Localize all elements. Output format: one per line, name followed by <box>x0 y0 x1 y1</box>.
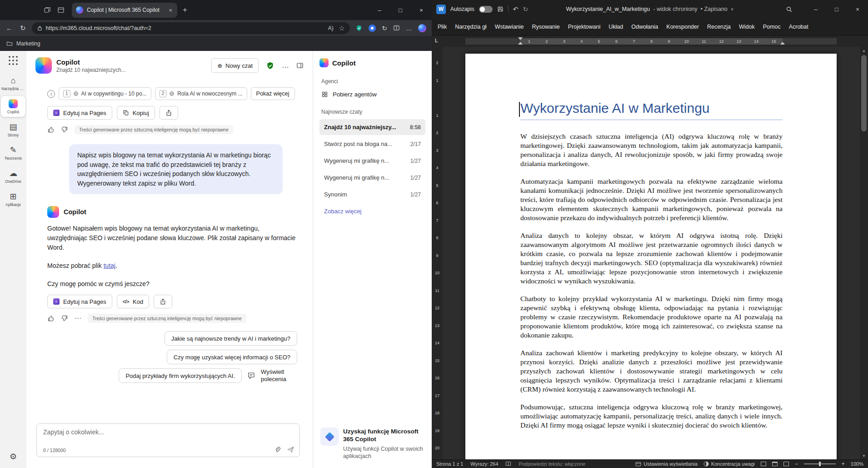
zoom-level[interactable]: 100% <box>851 461 863 467</box>
browser-tab-copilot[interactable]: Copilot | Microsoft 365 Copilot × <box>72 3 177 18</box>
document-paragraph[interactable]: Podsumowując, sztuczna inteligencja odgr… <box>520 403 783 430</box>
chat-more-icon[interactable]: … <box>282 61 289 70</box>
ribbon-tab[interactable]: Widok <box>735 20 759 34</box>
redo-icon[interactable]: ↻ <box>523 5 528 13</box>
ribbon-tab[interactable]: Acrobat <box>785 20 813 34</box>
autosave-toggle[interactable] <box>479 6 493 13</box>
print-layout-icon[interactable] <box>772 462 778 466</box>
read-mode-icon[interactable] <box>761 462 766 466</box>
suggestion-seo[interactable]: Czy mogę uzyskać więcej informacji o SEO… <box>167 350 297 364</box>
rail-item-copilot[interactable]: Copilot <box>1 96 25 117</box>
chat-list-item[interactable]: Wygeneruj mi grafikę n... 1/27 <box>319 170 425 186</box>
chat-input[interactable] <box>43 428 293 436</box>
copilot-promo[interactable]: Uzyskaj funkcję Microsoft 365 Copilot Uż… <box>319 428 425 462</box>
browser-close-button[interactable]: × <box>411 0 432 20</box>
split-screen-icon[interactable] <box>393 25 400 31</box>
tab-close-icon[interactable]: × <box>168 7 173 14</box>
code-button[interactable]: </> Kod <box>117 295 150 308</box>
copy-button[interactable]: Kopiuj <box>117 106 155 120</box>
save-icon[interactable] <box>497 6 504 12</box>
edit-in-pages-button[interactable]: ≡ Edytuj na Pages <box>47 106 112 120</box>
ribbon-tab[interactable]: Narzędzia gł <box>451 20 490 34</box>
focus-mode-button[interactable]: Koncentracja uwagi <box>703 461 755 467</box>
browser-copilot-icon[interactable] <box>418 24 426 32</box>
app-launcher-icon[interactable] <box>8 55 18 65</box>
attachment-icon[interactable] <box>274 446 281 453</box>
document-body[interactable]: W dzisiejszych czasach sztuczna intelige… <box>520 132 783 430</box>
document-scrollbar[interactable]: ▲ ▼ <box>860 47 868 459</box>
zoom-knob[interactable] <box>819 462 821 466</box>
see-more-link[interactable]: Zobacz więcej <box>324 208 425 215</box>
edit-in-pages-button[interactable]: ≡ Edytuj na Pages <box>47 295 112 308</box>
citation-1[interactable]: 1 AI w copywritingu - 10 po... <box>59 87 151 100</box>
horizontal-ruler[interactable]: L 123456789101112131415 <box>432 36 868 47</box>
ribbon-tab[interactable]: Plik <box>434 20 451 34</box>
send-icon[interactable] <box>287 446 294 453</box>
zoom-in-icon[interactable]: + <box>842 461 845 467</box>
share-button[interactable] <box>160 106 178 120</box>
bookmark-marketing[interactable]: Marketing <box>16 40 40 47</box>
ribbon-tab[interactable]: Projektowani <box>564 20 605 34</box>
ribbon-tab[interactable]: Koresponder <box>662 20 703 34</box>
document-page[interactable]: Wykorzystanie AI w Marketingu W dzisiejs… <box>465 54 837 459</box>
document-paragraph[interactable]: Automatyzacja kampanii marketingowych po… <box>520 177 783 222</box>
search-icon[interactable] <box>786 6 793 13</box>
web-layout-icon[interactable] <box>783 462 789 466</box>
thumbs-up-icon[interactable] <box>47 126 55 133</box>
favorites-star-icon[interactable]: ☆ <box>339 25 345 32</box>
url-text[interactable]: https://m365.cloud.microsoft/chat/?auth=… <box>46 25 324 31</box>
chat-list-item[interactable]: Znajdź 10 najważniejszy... 8:58 <box>319 119 425 135</box>
scrollbar-thumb[interactable] <box>861 55 867 131</box>
info-icon[interactable]: i <box>47 90 55 98</box>
document-canvas[interactable]: Wykorzystanie AI w Marketingu W dzisiejs… <box>443 47 860 459</box>
document-paragraph[interactable]: Analiza zachowań klientów i marketing pr… <box>520 348 783 394</box>
rail-item-home[interactable]: ⌂ Narzędzia g... <box>1 73 25 94</box>
chat-list-item[interactable]: Wygeneruj mi grafikę n... 1/27 <box>319 153 425 169</box>
chat-list-item[interactable]: Stwórz post na bloga na... 2/17 <box>319 136 425 152</box>
prompt-library-icon[interactable] <box>247 372 255 380</box>
extension-icon[interactable] <box>369 25 376 32</box>
more-feedback-icon[interactable]: ⋯ <box>75 314 81 322</box>
scroll-up-icon[interactable]: ▲ <box>862 47 866 54</box>
rail-item-create[interactable]: ✎ Tworzenie <box>1 142 25 163</box>
ribbon-tab[interactable]: Odwołania <box>627 20 662 34</box>
ribbon-tab[interactable]: Pomoc <box>759 20 785 34</box>
chat-input-box[interactable]: 0 / 128000 <box>36 423 300 457</box>
text-predictions-status[interactable]: Podpowiedzi tekstu: włączone <box>519 461 585 467</box>
proofing-icon[interactable] <box>505 461 511 467</box>
rail-item-apps[interactable]: ⊞ Aplikacje <box>1 189 25 210</box>
chevron-down-icon[interactable]: ∨ <box>731 7 734 11</box>
share-button[interactable] <box>154 295 172 308</box>
ribbon-tab[interactable]: Rysowanie <box>528 20 564 34</box>
hanging-indent-marker[interactable] <box>518 42 523 45</box>
scroll-down-icon[interactable]: ▼ <box>862 452 866 459</box>
word-count[interactable]: Wyrazy: 264 <box>470 461 498 467</box>
more-icon[interactable]: … <box>406 25 412 32</box>
word-maximize-button[interactable]: □ <box>826 0 847 18</box>
thumbs-up-icon[interactable] <box>47 315 55 322</box>
read-aloud-icon[interactable]: A) <box>328 25 334 31</box>
rail-item-onedrive[interactable]: ☁ OneDrive <box>1 166 25 186</box>
chat-message-list[interactable]: i 1 AI w copywritingu - 10 po... 2 Rola … <box>26 77 313 417</box>
thumbs-down-icon[interactable] <box>61 315 68 322</box>
document-paragraph[interactable]: Chatboty to kolejny przykład wykorzystan… <box>520 294 783 340</box>
undo-icon[interactable]: ↶ <box>513 5 519 13</box>
get-agents-item[interactable]: Pobierz agentów <box>319 91 425 98</box>
tab-stop-selector[interactable]: L <box>435 38 438 43</box>
thumbs-down-icon[interactable] <box>61 126 68 133</box>
download-file-link[interactable]: tutaj <box>104 262 115 269</box>
word-close-button[interactable]: × <box>847 0 868 18</box>
tab-actions-icon[interactable] <box>57 6 65 14</box>
refresh-icon[interactable]: ↻ <box>19 24 27 32</box>
document-paragraph[interactable]: W dzisiejszych czasach sztuczna intelige… <box>520 132 783 168</box>
show-more-button[interactable]: Pokaż więcej <box>251 87 295 100</box>
ribbon-tab[interactable]: Recenzja <box>703 20 735 34</box>
workspaces-icon[interactable] <box>44 6 51 14</box>
document-title[interactable]: Wykorzystanie AI w Marketingu <box>520 101 783 120</box>
address-bar[interactable]: https://m365.cloud.microsoft/chat/?auth=… <box>32 22 350 34</box>
rail-item-pages[interactable]: ▤ Strony <box>1 119 25 140</box>
word-minimize-button[interactable]: – <box>805 0 826 18</box>
citation-2[interactable]: 2 Rola AI w nowoczesnym ... <box>155 87 247 100</box>
page-indicator[interactable]: Strona 1 z 1 <box>436 461 463 467</box>
zoom-out-icon[interactable]: − <box>795 461 798 467</box>
